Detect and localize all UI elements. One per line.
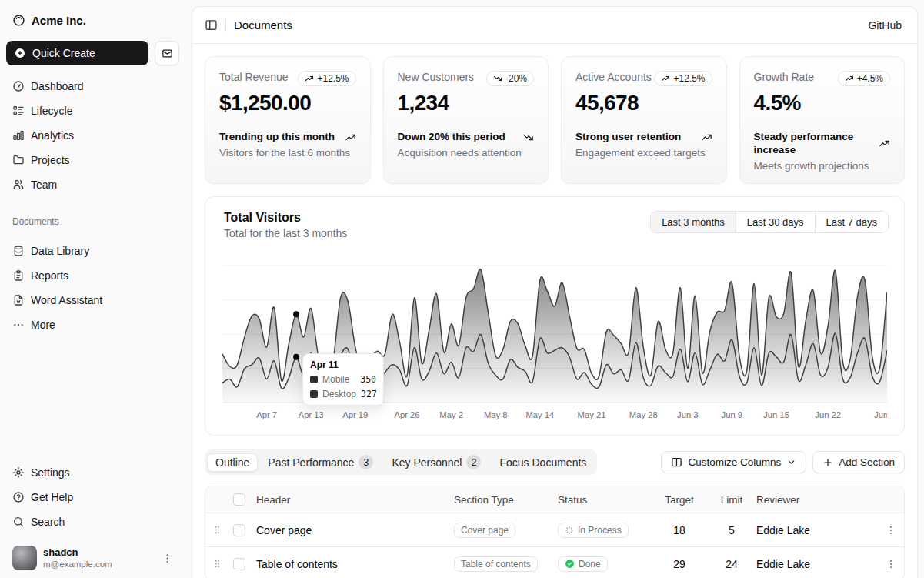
sidebar-footer-nav: Settings Get Help Search xyxy=(6,461,179,533)
svg-text:May 2: May 2 xyxy=(439,410,463,419)
drag-handle-icon[interactable] xyxy=(205,525,228,535)
inbox-mail-button[interactable] xyxy=(155,41,179,65)
target-value[interactable]: 29 xyxy=(652,558,707,570)
sidebar-item-lifecycle[interactable]: Lifecycle xyxy=(6,99,179,122)
col-section-type: Section Type xyxy=(454,494,558,506)
sidebar-item-team[interactable]: Team xyxy=(6,173,179,196)
sidebar-item-projects[interactable]: Projects xyxy=(6,149,179,172)
mail-icon xyxy=(162,48,173,59)
gear-icon xyxy=(12,466,25,479)
trending-down-icon xyxy=(493,74,502,83)
table-header-row: Header Section Type Status Target Limit … xyxy=(205,486,904,513)
sidebar-item-analytics[interactable]: Analytics xyxy=(6,124,179,147)
select-all-checkbox[interactable] xyxy=(233,493,245,506)
dots-vertical-icon[interactable] xyxy=(162,553,173,564)
drag-handle-icon[interactable] xyxy=(205,559,228,569)
tab-key-personnel[interactable]: Key Personnel2 xyxy=(383,452,489,473)
range-last-7-days[interactable]: Last 7 days xyxy=(815,212,889,232)
card-value: 45,678 xyxy=(575,91,712,115)
trending-up-icon xyxy=(701,132,712,143)
svg-text:Apr 13: Apr 13 xyxy=(299,410,324,419)
circle-plus-icon xyxy=(14,47,26,59)
svg-text:Apr 7: Apr 7 xyxy=(256,410,277,419)
row-checkbox[interactable] xyxy=(233,524,245,536)
section-tabs-row: Outline Past Performance3 Key Personnel2… xyxy=(205,449,905,475)
trending-down-icon xyxy=(522,132,534,143)
company-name: Acme Inc. xyxy=(32,14,86,27)
svg-text:Jun 22: Jun 22 xyxy=(815,410,841,419)
org-switcher[interactable]: Acme Inc. xyxy=(6,11,179,30)
range-last-30-days[interactable]: Last 30 days xyxy=(736,212,815,232)
card-total-revenue: Total Revenue +12.5% $1,250.00 Trending … xyxy=(205,56,371,184)
tab-count-badge: 3 xyxy=(359,455,373,469)
folder-icon xyxy=(12,154,25,166)
add-section-button[interactable]: Add Section xyxy=(812,451,905,473)
user-name: shadcn xyxy=(43,546,155,559)
tab-count-badge: 2 xyxy=(466,455,481,469)
stat-cards: Total Revenue +12.5% $1,250.00 Trending … xyxy=(205,56,905,184)
total-visitors-card: Total Visitors Total for the last 3 mont… xyxy=(205,196,905,436)
customize-columns-button[interactable]: Customize Columns xyxy=(661,451,806,473)
row-checkbox[interactable] xyxy=(233,558,245,570)
table-row: Table of contents Table of contents Done… xyxy=(205,546,904,578)
users-icon xyxy=(12,179,25,191)
row-menu-icon[interactable] xyxy=(878,525,904,536)
sidebar-item-reports[interactable]: Reports xyxy=(6,264,179,287)
documents-nav: Data Library Reports Word Assistant More xyxy=(6,239,179,336)
row-title[interactable]: Table of contents xyxy=(255,558,454,570)
limit-value[interactable]: 5 xyxy=(707,524,756,536)
loader-icon xyxy=(565,526,574,535)
svg-text:May 28: May 28 xyxy=(629,410,658,419)
avatar xyxy=(12,546,37,570)
card-label: Total Revenue xyxy=(219,71,289,83)
chevron-down-icon xyxy=(786,457,796,467)
sidebar-item-data-library[interactable]: Data Library xyxy=(6,239,179,262)
card-active-accounts: Active Accounts +12.5% 45,678 Strong use… xyxy=(561,56,727,184)
sidebar-item-dashboard[interactable]: Dashboard xyxy=(6,75,179,98)
col-limit: Limit xyxy=(707,494,756,506)
row-menu-icon[interactable] xyxy=(878,559,904,570)
col-target: Target xyxy=(652,494,707,506)
github-link[interactable]: GitHub xyxy=(868,19,902,32)
limit-value[interactable]: 24 xyxy=(707,558,756,570)
tab-past-performance[interactable]: Past Performance3 xyxy=(259,452,382,473)
tab-focus-documents[interactable]: Focus Documents xyxy=(491,453,595,472)
card-value: $1,250.00 xyxy=(219,91,356,115)
database-icon xyxy=(12,245,25,257)
report-clipboard-icon xyxy=(12,269,25,282)
svg-text:Jun 9: Jun 9 xyxy=(722,410,742,419)
sidebar-item-settings[interactable]: Settings xyxy=(6,461,179,484)
tab-outline[interactable]: Outline xyxy=(207,453,258,472)
sidebar-item-word-assistant[interactable]: Word Assistant xyxy=(6,289,179,312)
trending-up-icon xyxy=(845,74,854,83)
target-value[interactable]: 18 xyxy=(652,524,707,536)
trending-up-icon xyxy=(661,74,670,83)
reviewer-value[interactable]: Eddie Lake xyxy=(756,558,878,570)
card-label: New Customers xyxy=(398,71,475,83)
sidebar-item-search[interactable]: Search xyxy=(6,510,179,533)
search-icon xyxy=(12,516,25,528)
range-last-3-months[interactable]: Last 3 months xyxy=(651,212,736,232)
time-range-toggle: Last 3 months Last 30 days Last 7 days xyxy=(650,211,889,233)
sidebar-item-more[interactable]: More xyxy=(6,313,179,336)
svg-text:May 14: May 14 xyxy=(525,410,554,419)
row-title[interactable]: Cover page xyxy=(255,524,454,536)
user-menu[interactable]: shadcn m@example.com xyxy=(6,543,179,570)
ellipsis-icon xyxy=(12,319,25,331)
sidebar-item-get-help[interactable]: Get Help xyxy=(6,486,179,509)
col-reviewer: Reviewer xyxy=(756,494,878,506)
card-value: 4.5% xyxy=(754,91,891,115)
reviewer-value[interactable]: Eddie Lake xyxy=(756,524,878,536)
svg-text:May 8: May 8 xyxy=(484,410,508,419)
page-title: Documents xyxy=(234,18,292,32)
status-badge: Done xyxy=(558,556,608,572)
quick-create-button[interactable]: Quick Create xyxy=(6,41,148,65)
desktop-series-swatch xyxy=(310,390,318,398)
visitors-area-chart[interactable]: Apr 7Apr 13Apr 19Apr 26May 2May 8May 14M… xyxy=(216,262,893,426)
main-panel: Documents GitHub Total Revenue +12.5% $1… xyxy=(192,6,918,578)
app-shell: Acme Inc. Quick Create Dashboard xyxy=(0,0,924,578)
trending-up-icon xyxy=(345,132,356,143)
svg-text:Apr 19: Apr 19 xyxy=(342,410,368,419)
sidebar-toggle-icon[interactable] xyxy=(205,18,218,32)
card-new-customers: New Customers -20% 1,234 Down 20% this p… xyxy=(383,56,549,184)
